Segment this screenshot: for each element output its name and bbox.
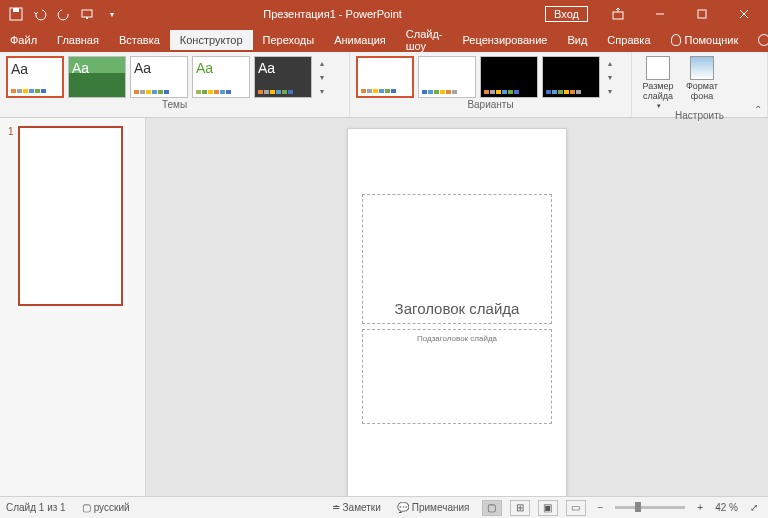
quick-access-toolbar: ▾ [0, 6, 120, 22]
save-icon[interactable] [8, 6, 24, 22]
tab-review[interactable]: Рецензирование [453, 30, 558, 50]
themes-row: Aa Aa Aa Aa Aa ▴▾▾ [0, 52, 349, 98]
language-label: русский [94, 502, 130, 513]
ribbon-tabs: Файл Главная Вставка Конструктор Переход… [0, 28, 768, 52]
helper-label: Помощник [685, 34, 739, 46]
format-background-icon [690, 56, 714, 80]
more-icon: ▾ [320, 87, 324, 96]
undo-icon[interactable] [32, 6, 48, 22]
more-icon: ▾ [608, 87, 612, 96]
theme-thumb-2[interactable]: Aa [68, 56, 126, 98]
chevron-up-icon: ▴ [608, 59, 612, 68]
comments-icon: 💬 [397, 502, 409, 513]
zoom-in-icon[interactable]: + [693, 502, 707, 513]
slide-sorter-view-icon[interactable]: ⊞ [510, 500, 530, 516]
customize-label: Настроить [632, 109, 767, 123]
tab-animations[interactable]: Анимация [324, 30, 396, 50]
qat-dropdown-icon[interactable]: ▾ [104, 6, 120, 22]
collapse-ribbon-icon[interactable]: ⌃ [754, 104, 762, 115]
slide-size-label: Размер слайда [638, 82, 678, 102]
tab-insert[interactable]: Вставка [109, 30, 170, 50]
workspace: 1 Заголовок слайда Подзаголовок слайда [0, 118, 768, 496]
title-placeholder[interactable]: Заголовок слайда [362, 194, 552, 324]
format-background-button[interactable]: Формат фона [682, 56, 722, 109]
slide-size-button[interactable]: Размер слайда▾ [638, 56, 678, 109]
slide-counter[interactable]: Слайд 1 из 1 [6, 502, 66, 513]
share-icon [758, 34, 768, 46]
normal-view-icon[interactable]: ▢ [482, 500, 502, 516]
theme-thumb-5[interactable]: Aa [254, 56, 312, 98]
ribbon: Aa Aa Aa Aa Aa ▴▾▾ Темы ▴▾▾ Варианты Раз… [0, 52, 768, 118]
slideshow-view-icon[interactable]: ▭ [566, 500, 586, 516]
notes-label: Заметки [343, 502, 381, 513]
share-button[interactable]: Поделиться [748, 34, 768, 46]
variant-thumb-4[interactable] [542, 56, 600, 98]
status-right: ≐Заметки 💬Примечания ▢ ⊞ ▣ ▭ − + 42 % ⤢ [328, 500, 762, 516]
tab-view[interactable]: Вид [557, 30, 597, 50]
subtitle-placeholder[interactable]: Подзаголовок слайда [362, 329, 552, 424]
chevron-down-icon: ▾ [608, 73, 612, 82]
start-from-beginning-icon[interactable] [80, 6, 96, 22]
redo-icon[interactable] [56, 6, 72, 22]
themes-group: Aa Aa Aa Aa Aa ▴▾▾ Темы [0, 52, 350, 117]
theme-thumb-3[interactable]: Aa [130, 56, 188, 98]
reading-view-icon[interactable]: ▣ [538, 500, 558, 516]
tab-help[interactable]: Справка [597, 30, 660, 50]
lightbulb-icon [671, 34, 681, 46]
variant-thumb-3[interactable] [480, 56, 538, 98]
notes-button[interactable]: ≐Заметки [328, 502, 385, 513]
slide-thumbnails-panel: 1 [0, 118, 146, 496]
svg-rect-2 [82, 10, 92, 17]
tab-transitions[interactable]: Переходы [253, 30, 325, 50]
login-button[interactable]: Вход [545, 6, 588, 22]
window-title: Презентация1 - PowerPoint [120, 8, 545, 20]
zoom-handle[interactable] [635, 502, 641, 512]
svg-rect-1 [13, 8, 19, 12]
thumbnail-item[interactable]: 1 [8, 126, 137, 306]
variant-thumb-1[interactable] [356, 56, 414, 98]
customize-group: Размер слайда▾ Формат фона Настроить [632, 52, 768, 117]
thumbnail-number: 1 [8, 126, 14, 306]
comments-button[interactable]: 💬Примечания [393, 502, 474, 513]
subtitle-placeholder-text: Подзаголовок слайда [417, 334, 497, 343]
tab-file[interactable]: Файл [0, 30, 47, 50]
zoom-out-icon[interactable]: − [594, 502, 608, 513]
svg-rect-4 [613, 12, 623, 19]
format-background-label: Формат фона [682, 82, 722, 102]
slide-canvas[interactable]: Заголовок слайда Подзаголовок слайда [146, 118, 768, 496]
chevron-down-icon: ▾ [657, 102, 661, 110]
slide-size-icon [646, 56, 670, 80]
themes-more[interactable]: ▴▾▾ [316, 56, 328, 98]
chevron-up-icon: ▴ [320, 59, 324, 68]
zoom-level[interactable]: 42 % [715, 502, 738, 513]
variants-label: Варианты [350, 98, 631, 112]
title-placeholder-text: Заголовок слайда [395, 300, 520, 317]
variants-group: ▴▾▾ Варианты [350, 52, 632, 117]
variants-more[interactable]: ▴▾▾ [604, 56, 616, 98]
spellcheck-icon: ▢ [82, 502, 91, 513]
thumbnail-slide [18, 126, 123, 306]
theme-thumb-4[interactable]: Aa [192, 56, 250, 98]
tab-home[interactable]: Главная [47, 30, 109, 50]
status-bar: Слайд 1 из 1 ▢русский ≐Заметки 💬Примечан… [0, 496, 768, 518]
tell-me-button[interactable]: Помощник [661, 34, 749, 46]
notes-icon: ≐ [332, 502, 340, 513]
fit-to-window-icon[interactable]: ⤢ [746, 502, 762, 513]
status-left: Слайд 1 из 1 ▢русский [6, 502, 134, 513]
svg-rect-3 [86, 17, 88, 19]
variants-row: ▴▾▾ [350, 52, 631, 98]
theme-thumb-1[interactable]: Aa [6, 56, 64, 98]
svg-rect-6 [698, 10, 706, 18]
chevron-down-icon: ▾ [320, 73, 324, 82]
themes-label: Темы [0, 98, 349, 112]
variant-thumb-2[interactable] [418, 56, 476, 98]
tab-design[interactable]: Конструктор [170, 30, 253, 50]
language-button[interactable]: ▢русский [78, 502, 134, 513]
slide[interactable]: Заголовок слайда Подзаголовок слайда [347, 128, 567, 496]
comments-label: Примечания [412, 502, 470, 513]
zoom-slider[interactable] [615, 506, 685, 509]
